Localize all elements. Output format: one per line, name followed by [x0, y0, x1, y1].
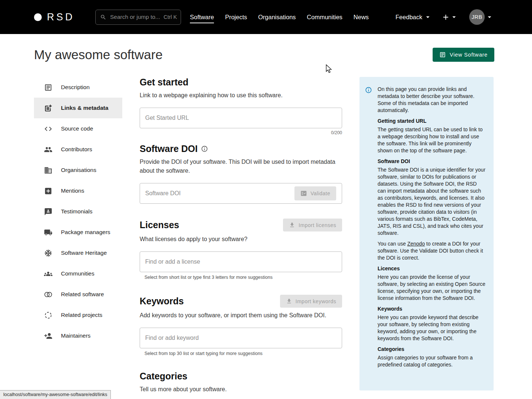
categories-section: Categories Tell us more about your softw… — [140, 371, 342, 399]
sidebar-item-related-projects[interactable]: Related projects — [34, 305, 122, 325]
sidebar-item-label: Testimonials — [61, 208, 92, 215]
sidebar-item-label: Mentions — [61, 187, 84, 194]
nav-link-software[interactable]: Software — [190, 14, 214, 21]
keywords-title: Keywords — [140, 296, 184, 307]
sidebar-item-mentions[interactable]: Mentions — [34, 180, 122, 201]
chevron-down-icon — [485, 13, 494, 21]
keywords-subtitle: Add keywords to your software, or import… — [140, 311, 342, 320]
plus-icon — [441, 13, 450, 21]
page-header: My awesome software View Software — [34, 47, 494, 62]
help-heading-categories: Categories — [378, 346, 486, 353]
add-box-icon — [44, 187, 52, 195]
edit-sections-sidebar: Description Links & metadata Source code… — [34, 77, 122, 346]
sidebar-item-description[interactable]: Description — [34, 77, 122, 98]
search-shortcut: Ctrl K — [164, 14, 177, 20]
get-started-subtitle: Link to a webpage explaining how to use … — [140, 91, 342, 100]
get-started-title: Get started — [140, 77, 342, 88]
main-nav: Software Projects Organisations Communit… — [190, 14, 369, 21]
help-heading-software-doi: Software DOI — [378, 158, 486, 165]
sidebar-item-contributors[interactable]: Contributors — [34, 139, 122, 160]
nav-link-organisations[interactable]: Organisations — [258, 14, 296, 21]
software-doi-title: Software DOI — [140, 143, 342, 154]
sidebar-item-label: Software Heritage — [61, 250, 107, 256]
keywords-helper-text: Select from top 30 list or start typing … — [144, 351, 342, 356]
sidebar-item-label: Organisations — [61, 167, 96, 173]
software-doi-title-text: Software DOI — [140, 143, 198, 154]
help-body-licences: Here you can provide the license of your… — [378, 274, 486, 302]
page-title: My awesome software — [34, 47, 163, 62]
groups-icon — [44, 270, 52, 278]
people-icon — [44, 145, 52, 154]
user-menu[interactable]: JRB — [469, 9, 494, 25]
licenses-section: Licenses Import licenses What licenses d… — [140, 219, 342, 280]
global-search[interactable]: Ctrl K — [95, 10, 181, 25]
truck-icon — [44, 228, 52, 237]
search-icon — [100, 14, 106, 20]
rsd-logo[interactable]: RSD — [34, 11, 75, 23]
feedback-menu[interactable]: Feedback — [396, 13, 432, 21]
sidebar-item-communities[interactable]: Communities — [34, 263, 122, 284]
rsd-logo-dot-icon — [34, 13, 42, 21]
rsd-logo-text: RSD — [47, 11, 75, 23]
sidebar-item-software-heritage[interactable]: Software Heritage — [34, 243, 122, 263]
zenodo-link[interactable]: Zenodo — [407, 241, 424, 247]
software-doi-section: Software DOI Provide the DOI of your sof… — [140, 143, 342, 204]
chevron-down-icon — [450, 13, 458, 21]
help-heading-licences: Licences — [378, 265, 486, 272]
nav-link-news[interactable]: News — [354, 14, 369, 21]
info-icon — [365, 87, 372, 94]
sidebar-item-package-managers[interactable]: Package managers — [34, 222, 122, 243]
sidebar-item-maintainers[interactable]: Maintainers — [34, 325, 122, 346]
avatar: JRB — [469, 9, 485, 25]
import-licenses-label: Import licenses — [299, 222, 336, 228]
sidebar-item-label: Source code — [61, 125, 93, 132]
search-input[interactable] — [109, 13, 161, 21]
help-body-getting-started: The getting started URL can be used to l… — [378, 126, 486, 154]
sidebar-item-label: Maintainers — [61, 332, 91, 339]
info-icon[interactable] — [201, 145, 208, 152]
mouse-cursor — [325, 64, 333, 73]
licenses-helper-text: Select from short list or type first 3 l… — [144, 275, 342, 280]
chevron-down-icon — [424, 13, 432, 21]
links-metadata-icon — [44, 104, 52, 112]
licenses-subtitle: What licenses do apply to your software? — [140, 235, 342, 244]
import-licenses-button[interactable]: Import licenses — [283, 219, 342, 231]
get-started-section: Get started Link to a webpage explaining… — [140, 77, 342, 135]
navbar-right-cluster: Feedback JRB — [396, 9, 494, 25]
person-add-icon — [44, 332, 52, 340]
download-icon — [289, 222, 295, 228]
content-area: Description Links & metadata Source code… — [34, 77, 532, 399]
article-icon — [439, 51, 446, 58]
add-menu[interactable] — [441, 13, 458, 21]
help-body-software-doi: The Software DOI is a unique identifier … — [378, 166, 486, 237]
sidebar-item-organisations[interactable]: Organisations — [34, 160, 122, 180]
nav-link-projects[interactable]: Projects — [225, 14, 247, 21]
keyword-search-input[interactable] — [140, 328, 342, 348]
snowflake-icon — [44, 249, 52, 257]
char-counter: 0/200 — [140, 130, 342, 135]
validate-doi-button[interactable]: Validate — [294, 186, 336, 200]
sidebar-item-label: Related software — [61, 291, 104, 298]
nav-link-communities[interactable]: Communities — [307, 14, 342, 21]
help-heading-getting-started: Getting started URL — [378, 118, 486, 125]
article-icon — [44, 83, 52, 92]
licenses-title: Licenses — [140, 220, 179, 230]
get-started-url-input[interactable] — [140, 108, 342, 128]
import-keywords-button[interactable]: Import keywords — [280, 295, 342, 308]
sidebar-item-source-code[interactable]: Source code — [34, 118, 122, 139]
help-body-categories: Assign categories to your software from … — [378, 354, 486, 368]
help-intro: On this page you can provide links and m… — [378, 86, 486, 114]
building-icon — [44, 166, 52, 175]
sidebar-item-label: Contributors — [61, 146, 92, 153]
sidebar-item-label: Related projects — [61, 312, 102, 318]
license-search-input[interactable] — [140, 251, 342, 272]
top-navbar: RSD Ctrl K Software Projects Organisatio… — [0, 0, 532, 34]
dashed-circle-icon — [44, 311, 52, 319]
sidebar-item-testimonials[interactable]: Testimonials — [34, 201, 122, 222]
software-doi-subtitle: Provide the DOI of your software. This D… — [140, 158, 342, 175]
sidebar-item-links-metadata[interactable]: Links & metadata — [34, 98, 122, 118]
sidebar-item-related-software[interactable]: Related software — [34, 284, 122, 305]
categories-subtitle: Tell us more about your software. — [140, 385, 342, 394]
view-software-button[interactable]: View Software — [433, 48, 494, 62]
help-body-keywords: Here you can provide keyword that descri… — [378, 314, 486, 342]
